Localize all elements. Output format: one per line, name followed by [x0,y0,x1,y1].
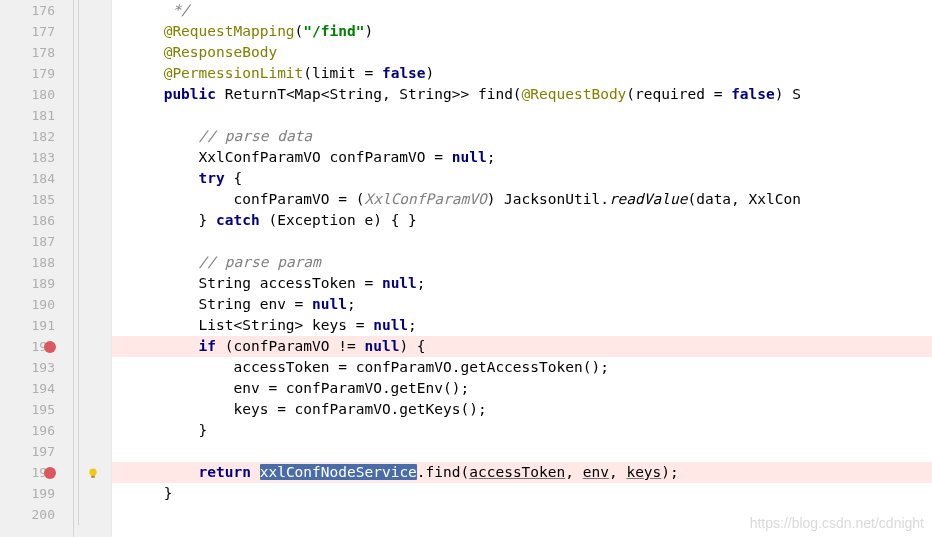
token-plain [120,170,199,186]
code-line[interactable]: @RequestMapping("/find") [112,21,932,42]
line-number: 200 [32,507,55,522]
icon-gutter-row[interactable] [74,63,111,84]
code-line[interactable]: public ReturnT<Map<String, String>> find… [112,84,932,105]
code-line[interactable]: // parse data [112,126,932,147]
icon-gutter-row[interactable] [74,357,111,378]
token-kw: public [164,86,216,102]
code-line[interactable]: accessToken = confParamVO.getAccessToken… [112,357,932,378]
icon-gutter-row[interactable] [74,42,111,63]
code-area[interactable]: https://blog.csdn.net/cdnight */ @Reques… [112,0,932,537]
gutter-row[interactable]: 185 [0,189,73,210]
editor-icons-gutter[interactable] [74,0,112,537]
icon-gutter-row[interactable] [74,189,111,210]
icon-gutter-row[interactable] [74,21,111,42]
code-line[interactable] [112,231,932,252]
icon-gutter-row[interactable] [74,105,111,126]
fold-guide [78,0,79,21]
code-line[interactable]: } catch (Exception e) { } [112,210,932,231]
icon-gutter-row[interactable] [74,231,111,252]
intention-bulb-icon[interactable] [86,466,100,480]
token-plain [120,44,164,60]
token-plain [120,128,199,144]
gutter-row[interactable]: 184 [0,168,73,189]
token-ann: @ResponseBody [164,44,278,60]
gutter-row[interactable]: 198 [0,462,73,483]
breakpoint-icon[interactable] [44,341,56,353]
gutter-row[interactable]: 195 [0,399,73,420]
gutter-row[interactable]: 180 [0,84,73,105]
gutter-row[interactable]: 190 [0,294,73,315]
fold-guide [78,126,79,147]
icon-gutter-row[interactable] [74,462,111,483]
gutter-row[interactable]: 182 [0,126,73,147]
code-line[interactable]: if (confParamVO != null) { [112,336,932,357]
fold-guide [78,168,79,189]
code-line[interactable]: @ResponseBody [112,42,932,63]
line-number: 188 [32,255,55,270]
icon-gutter-row[interactable] [74,420,111,441]
gutter-row[interactable]: 188 [0,252,73,273]
gutter-row[interactable]: 176 [0,0,73,21]
gutter-row[interactable]: 187 [0,231,73,252]
icon-gutter-row[interactable] [74,168,111,189]
gutter-row[interactable]: 177 [0,21,73,42]
icon-gutter-row[interactable] [74,252,111,273]
breakpoint-icon[interactable] [44,467,56,479]
token-plain: ); [661,464,678,480]
icon-gutter-row[interactable] [74,336,111,357]
gutter-row[interactable]: 194 [0,378,73,399]
code-line[interactable]: keys = confParamVO.getKeys(); [112,399,932,420]
fold-guide [78,483,79,504]
code-line[interactable]: } [112,420,932,441]
icon-gutter-row[interactable] [74,378,111,399]
line-number-gutter[interactable]: 1761771781791801811821831841851861871881… [0,0,74,537]
gutter-row[interactable]: 189 [0,273,73,294]
code-line[interactable]: confParamVO = (XxlConfParamVO) JacksonUt… [112,189,932,210]
code-line[interactable] [112,504,932,525]
gutter-row[interactable]: 199 [0,483,73,504]
gutter-row[interactable]: 183 [0,147,73,168]
code-line[interactable]: @PermessionLimit(limit = false) [112,63,932,84]
token-plain: String env = [120,296,312,312]
code-line[interactable]: } [112,483,932,504]
icon-gutter-row[interactable] [74,483,111,504]
icon-gutter-row[interactable] [74,441,111,462]
fold-guide [78,231,79,252]
code-line[interactable]: */ [112,0,932,21]
icon-gutter-row[interactable] [74,147,111,168]
code-line[interactable]: String env = null; [112,294,932,315]
fold-guide [78,462,79,483]
code-line[interactable]: return xxlConfNodeService.find(accessTok… [112,462,932,483]
icon-gutter-row[interactable] [74,0,111,21]
icon-gutter-row[interactable] [74,84,111,105]
icon-gutter-row[interactable] [74,273,111,294]
icon-gutter-row[interactable] [74,294,111,315]
fold-guide [78,189,79,210]
gutter-row[interactable]: 196 [0,420,73,441]
code-line[interactable] [112,105,932,126]
gutter-row[interactable]: 192 [0,336,73,357]
gutter-row[interactable]: 191 [0,315,73,336]
icon-gutter-row[interactable] [74,210,111,231]
gutter-row[interactable]: 181 [0,105,73,126]
code-line[interactable] [112,441,932,462]
code-line[interactable]: env = confParamVO.getEnv(); [112,378,932,399]
gutter-row[interactable]: 186 [0,210,73,231]
code-line[interactable]: String accessToken = null; [112,273,932,294]
gutter-row[interactable]: 200 [0,504,73,525]
code-line[interactable]: // parse param [112,252,932,273]
gutter-row[interactable]: 197 [0,441,73,462]
code-line[interactable]: List<String> keys = null; [112,315,932,336]
icon-gutter-row[interactable] [74,126,111,147]
token-plain: ReturnT<Map<String, String>> find( [216,86,522,102]
token-cmt: // parse data [199,128,313,144]
gutter-row[interactable]: 178 [0,42,73,63]
icon-gutter-row[interactable] [74,315,111,336]
gutter-row[interactable]: 193 [0,357,73,378]
icon-gutter-row[interactable] [74,399,111,420]
icon-gutter-row[interactable] [74,504,111,525]
token-ann: @RequestMapping [164,23,295,39]
gutter-row[interactable]: 179 [0,63,73,84]
code-line[interactable]: try { [112,168,932,189]
code-line[interactable]: XxlConfParamVO confParamVO = null; [112,147,932,168]
